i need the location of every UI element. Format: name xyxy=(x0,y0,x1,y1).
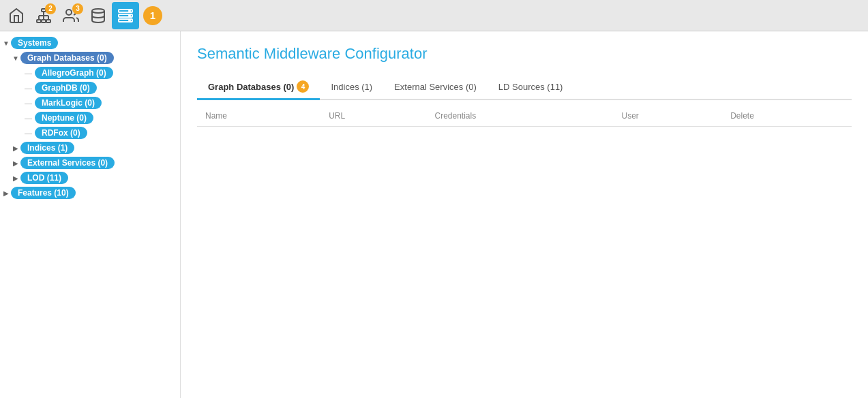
sidebar-item-lod[interactable]: ▶ LOD (11) xyxy=(0,170,180,185)
sidebar-item-graphdb[interactable]: — GraphDB (0) xyxy=(0,80,180,95)
svg-rect-1 xyxy=(37,20,41,22)
sidebar-external-services-label[interactable]: External Services (0) xyxy=(20,157,115,169)
expand-lod-icon: ▶ xyxy=(11,173,20,183)
tabs-container: Graph Databases (0) 4 Indices (1) Extern… xyxy=(197,75,852,100)
indent-line-1: — xyxy=(25,69,32,77)
svg-rect-2 xyxy=(42,20,46,22)
page-title: Semantic Middleware Configurator xyxy=(197,45,852,63)
tab-external-services[interactable]: External Services (0) xyxy=(383,75,488,100)
svg-point-9 xyxy=(66,10,72,15)
col-header-name: Name xyxy=(197,106,320,127)
tab-indices[interactable]: Indices (1) xyxy=(320,75,383,100)
nav-badge-1[interactable]: 1 xyxy=(139,2,166,29)
expand-external-icon: ▶ xyxy=(11,158,20,168)
sidebar-systems-label[interactable]: Systems xyxy=(11,37,58,49)
sidebar-neptune-label[interactable]: Neptune (0) xyxy=(35,112,93,124)
tab-graph-databases-step: 4 xyxy=(297,80,309,93)
sidebar-indices-label[interactable]: Indices (1) xyxy=(20,142,74,154)
nav-hierarchy-badge: 2 xyxy=(45,3,56,14)
col-header-credentials: Credentials xyxy=(427,106,614,127)
tab-indices-label: Indices (1) xyxy=(331,82,372,92)
nav-users[interactable]: 3 xyxy=(57,2,85,29)
col-header-delete: Delete xyxy=(722,106,852,127)
indent-line-3: — xyxy=(25,99,32,107)
sidebar-item-external-services[interactable]: ▶ External Services (0) xyxy=(0,155,180,170)
sidebar-item-rdfox[interactable]: — RDFox (0) xyxy=(0,125,180,140)
indent-line-4: — xyxy=(25,114,32,122)
sidebar: ▼ Systems ▼ Graph Databases (0) — Allegr… xyxy=(0,31,181,398)
expand-features-icon: ▶ xyxy=(1,188,11,198)
tab-ld-sources-label: LD Sources (11) xyxy=(498,82,563,92)
nav-server[interactable] xyxy=(112,2,139,29)
tab-graph-databases-label: Graph Databases (0) xyxy=(208,82,294,92)
expand-indices-icon: ▶ xyxy=(11,143,20,153)
sidebar-item-graph-databases[interactable]: ▼ Graph Databases (0) xyxy=(0,50,180,65)
main-area: ▼ Systems ▼ Graph Databases (0) — Allegr… xyxy=(0,31,868,398)
nav-home[interactable] xyxy=(3,2,30,29)
sidebar-allegrograph-label[interactable]: AllegroGraph (0) xyxy=(35,67,113,79)
nav-hierarchy[interactable]: 2 xyxy=(30,2,57,29)
tab-ld-sources[interactable]: LD Sources (11) xyxy=(488,75,574,100)
sidebar-item-allegrograph[interactable]: — AllegroGraph (0) xyxy=(0,65,180,80)
sidebar-item-indices[interactable]: ▶ Indices (1) xyxy=(0,140,180,155)
top-nav: 2 3 1 xyxy=(0,0,868,31)
col-header-user: User xyxy=(614,106,723,127)
sidebar-lod-label[interactable]: LOD (11) xyxy=(20,172,68,184)
tab-external-services-label: External Services (0) xyxy=(394,82,477,92)
expand-systems-icon: ▼ xyxy=(1,38,11,48)
svg-point-15 xyxy=(129,15,130,16)
data-table: Name URL Credentials User Delete xyxy=(197,106,852,127)
expand-graph-db-icon: ▼ xyxy=(11,53,20,63)
nav-database[interactable] xyxy=(85,2,112,29)
indent-line-2: — xyxy=(25,84,32,92)
indent-line-5: — xyxy=(25,129,32,137)
svg-point-10 xyxy=(92,9,104,13)
svg-point-16 xyxy=(129,20,130,21)
svg-point-14 xyxy=(129,10,130,12)
sidebar-marklogic-label[interactable]: MarkLogic (0) xyxy=(35,97,102,109)
sidebar-graph-db-label[interactable]: Graph Databases (0) xyxy=(20,52,114,64)
sidebar-rdfox-label[interactable]: RDFox (0) xyxy=(35,127,87,139)
sidebar-item-neptune[interactable]: — Neptune (0) xyxy=(0,110,180,125)
nav-users-badge: 3 xyxy=(72,3,83,14)
col-header-url: URL xyxy=(320,106,426,127)
sidebar-item-marklogic[interactable]: — MarkLogic (0) xyxy=(0,95,180,110)
sidebar-item-systems[interactable]: ▼ Systems xyxy=(0,35,180,50)
content-panel: Semantic Middleware Configurator Graph D… xyxy=(181,31,868,398)
tab-graph-databases[interactable]: Graph Databases (0) 4 xyxy=(197,75,320,100)
sidebar-item-features[interactable]: ▶ Features (10) xyxy=(0,185,180,200)
sidebar-graphdb-label[interactable]: GraphDB (0) xyxy=(35,82,97,94)
sidebar-features-label[interactable]: Features (10) xyxy=(11,187,76,199)
svg-rect-3 xyxy=(46,20,50,22)
nav-orange-badge: 1 xyxy=(143,6,162,25)
